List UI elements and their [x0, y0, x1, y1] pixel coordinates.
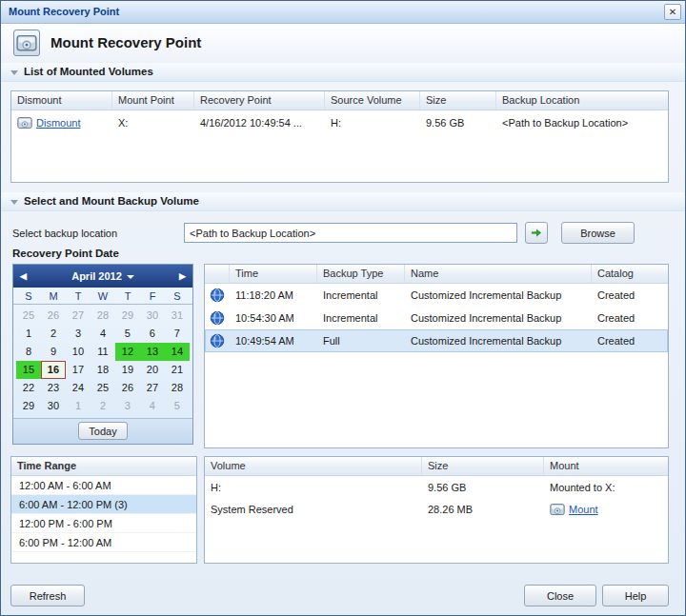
- column-header: Mount: [544, 457, 668, 475]
- column-header: [205, 265, 230, 283]
- close-icon[interactable]: ✕: [664, 4, 681, 20]
- cell: System Reserved: [205, 498, 422, 520]
- calendar-day[interactable]: 1: [66, 397, 91, 415]
- calendar-day[interactable]: 21: [165, 361, 190, 379]
- calendar-day[interactable]: 3: [66, 325, 91, 343]
- calendar-day[interactable]: 18: [91, 361, 115, 379]
- go-button[interactable]: [525, 222, 548, 244]
- column-header: Source Volume: [325, 91, 420, 109]
- calendar-day[interactable]: 4: [91, 325, 115, 343]
- section-mounted-volumes[interactable]: List of Mounted Volumes: [1, 62, 685, 82]
- calendar-footer: Today: [13, 418, 192, 444]
- section-title: List of Mounted Volumes: [24, 66, 153, 77]
- backup-globe-icon: [210, 288, 225, 303]
- calendar-day[interactable]: 17: [66, 361, 91, 379]
- calendar-day[interactable]: 10: [66, 343, 91, 361]
- browse-button[interactable]: Browse: [561, 222, 635, 244]
- mount-link[interactable]: Mount: [569, 504, 598, 515]
- calendar-day[interactable]: 9: [41, 343, 66, 361]
- time-range-item[interactable]: 12:00 PM - 6:00 PM: [11, 514, 196, 533]
- section-select-mount[interactable]: Select and Mount Backup Volume: [1, 191, 685, 211]
- section-title: Select and Mount Backup Volume: [24, 195, 199, 207]
- mount-recovery-point-dialog: Mount Recovery Point ✕ Mount Recovery Po…: [0, 0, 686, 616]
- recovery-point-date-label: Recovery Point Date: [12, 248, 119, 259]
- cell: 9.56 GB: [422, 476, 544, 498]
- time-range-item[interactable]: 6:00 AM - 12:00 PM (3): [11, 495, 196, 514]
- month-year-dropdown[interactable]: April 2012: [13, 265, 192, 288]
- calendar-day[interactable]: 26: [41, 307, 66, 325]
- calendar-day[interactable]: 6: [140, 325, 165, 343]
- calendar-day[interactable]: 16: [41, 361, 66, 379]
- dismount-cell: Dismount: [11, 110, 112, 135]
- next-month-icon[interactable]: ▶: [179, 265, 186, 288]
- calendar-day[interactable]: 30: [140, 307, 165, 325]
- cell: Customized Incremental Backup: [405, 284, 592, 307]
- calendar-day[interactable]: 3: [115, 397, 140, 415]
- backup-location-label: Select backup location: [12, 228, 117, 239]
- calendar-day[interactable]: 5: [165, 397, 190, 415]
- close-button[interactable]: Close: [524, 585, 596, 606]
- day-of-week-label: F: [140, 288, 165, 304]
- backup-row[interactable]: 10:54:30 AMIncrementalCustomized Increme…: [205, 307, 668, 329]
- calendar-day[interactable]: 8: [16, 343, 41, 361]
- cell: <Path to Backup Location>: [496, 110, 668, 135]
- mounted-volumes-header: DismountMount PointRecovery PointSource …: [11, 91, 668, 110]
- backup-icon-cell: [205, 284, 230, 307]
- calendar-day[interactable]: 5: [115, 325, 140, 343]
- month-year-label: April 2012: [71, 270, 122, 282]
- calendar-day[interactable]: 19: [115, 361, 140, 379]
- refresh-button[interactable]: Refresh: [10, 585, 85, 606]
- time-range-item[interactable]: 12:00 AM - 6:00 AM: [11, 476, 196, 495]
- calendar-day[interactable]: 26: [115, 379, 140, 397]
- calendar-day[interactable]: 29: [16, 397, 41, 415]
- calendar-day[interactable]: 30: [41, 397, 66, 415]
- calendar-day[interactable]: 7: [165, 325, 190, 343]
- volume-row: System Reserved28.26 MBMount: [205, 498, 668, 520]
- time-range-title: Time Range: [11, 457, 196, 475]
- calendar-day[interactable]: 20: [140, 361, 165, 379]
- dismount-link[interactable]: Dismount: [36, 117, 80, 129]
- day-of-week-label: M: [41, 288, 66, 304]
- column-header: Time: [230, 265, 317, 283]
- backup-row[interactable]: 11:18:20 AMIncrementalCustomized Increme…: [205, 284, 668, 307]
- calendar-day[interactable]: 27: [140, 379, 165, 397]
- calendar-day[interactable]: 11: [91, 343, 115, 361]
- backup-row[interactable]: 10:49:54 AMFullCustomized Incremental Ba…: [205, 329, 668, 352]
- calendar-day[interactable]: 2: [91, 397, 115, 415]
- today-button[interactable]: Today: [78, 422, 128, 440]
- calendar-day[interactable]: 12: [115, 343, 140, 361]
- day-of-week-label: W: [91, 288, 115, 304]
- calendar-day[interactable]: 28: [91, 307, 115, 325]
- prev-month-icon[interactable]: ◀: [20, 265, 27, 288]
- page-title: Mount Recovery Point: [50, 34, 201, 50]
- cell: 10:49:54 AM: [230, 329, 317, 352]
- calendar-day[interactable]: 2: [41, 325, 66, 343]
- mount-drive-icon: [550, 502, 565, 517]
- calendar-day[interactable]: 22: [16, 379, 41, 397]
- help-button[interactable]: Help: [602, 585, 669, 606]
- calendar-day[interactable]: 23: [41, 379, 66, 397]
- calendar-day[interactable]: 25: [16, 307, 41, 325]
- green-arrow-icon: [529, 226, 544, 240]
- time-range-item[interactable]: 6:00 PM - 12:00 AM: [11, 533, 196, 552]
- title-bar: Mount Recovery Point ✕: [1, 1, 685, 24]
- cell: Customized Incremental Backup: [405, 329, 592, 352]
- calendar-day[interactable]: 1: [16, 325, 41, 343]
- cell: Incremental: [317, 307, 405, 329]
- cell: Created: [592, 284, 668, 307]
- mount-cell: Mount: [544, 498, 668, 520]
- calendar-day[interactable]: 13: [140, 343, 165, 361]
- calendar-day[interactable]: 24: [66, 379, 91, 397]
- calendar-day[interactable]: 15: [16, 361, 41, 379]
- calendar-day[interactable]: 29: [115, 307, 140, 325]
- backup-icon-cell: [205, 307, 230, 329]
- mount-cell: Mounted to X:: [544, 476, 668, 498]
- calendar-day[interactable]: 4: [140, 397, 165, 415]
- backup-location-input[interactable]: [184, 223, 517, 243]
- calendar-day[interactable]: 25: [91, 379, 115, 397]
- calendar-day[interactable]: 14: [165, 343, 190, 361]
- column-header: Backup Type: [317, 265, 405, 283]
- calendar-day[interactable]: 27: [66, 307, 91, 325]
- calendar-day[interactable]: 31: [165, 307, 190, 325]
- calendar-day[interactable]: 28: [165, 379, 190, 397]
